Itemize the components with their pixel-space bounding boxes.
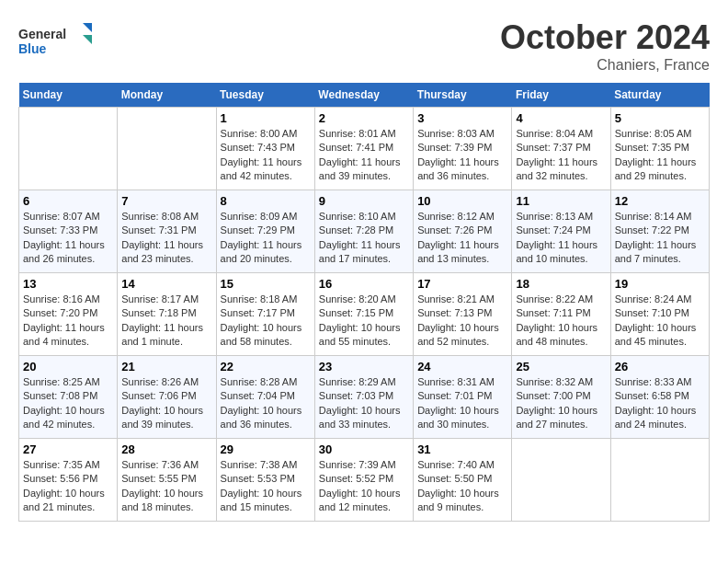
calendar-cell: 28Sunrise: 7:36 AM Sunset: 5:55 PM Dayli…	[118, 439, 216, 522]
calendar-cell: 19Sunrise: 8:24 AM Sunset: 7:10 PM Dayli…	[610, 273, 709, 356]
header-thursday: Thursday	[414, 83, 512, 108]
day-info: Sunrise: 8:20 AM Sunset: 7:15 PM Dayligh…	[319, 293, 409, 350]
calendar-header: Sunday Monday Tuesday Wednesday Thursday…	[19, 83, 710, 108]
day-number: 8	[221, 194, 311, 208]
svg-text:Blue: Blue	[18, 41, 47, 56]
day-info: Sunrise: 8:05 AM Sunset: 7:35 PM Dayligh…	[615, 127, 705, 184]
calendar-cell: 30Sunrise: 7:39 AM Sunset: 5:52 PM Dayli…	[314, 439, 413, 522]
calendar-cell: 24Sunrise: 8:31 AM Sunset: 7:01 PM Dayli…	[414, 356, 512, 439]
svg-marker-3	[83, 35, 92, 44]
day-info: Sunrise: 8:00 AM Sunset: 7:43 PM Dayligh…	[221, 127, 311, 184]
calendar-cell: 1Sunrise: 8:00 AM Sunset: 7:43 PM Daylig…	[216, 108, 314, 190]
day-number: 17	[417, 277, 507, 291]
calendar-cell: 22Sunrise: 8:28 AM Sunset: 7:04 PM Dayli…	[216, 356, 314, 439]
calendar-cell: 18Sunrise: 8:22 AM Sunset: 7:11 PM Dayli…	[512, 273, 610, 356]
day-number: 31	[417, 442, 507, 456]
calendar-cell: 29Sunrise: 7:38 AM Sunset: 5:53 PM Dayli…	[216, 439, 314, 522]
day-number: 10	[417, 194, 507, 208]
day-info: Sunrise: 8:09 AM Sunset: 7:29 PM Dayligh…	[221, 210, 311, 267]
day-number: 7	[121, 194, 211, 208]
calendar-cell: 31Sunrise: 7:40 AM Sunset: 5:50 PM Dayli…	[414, 439, 512, 522]
day-info: Sunrise: 8:04 AM Sunset: 7:37 PM Dayligh…	[516, 127, 606, 184]
day-number: 18	[516, 277, 606, 291]
day-info: Sunrise: 8:07 AM Sunset: 7:33 PM Dayligh…	[23, 210, 113, 267]
day-number: 29	[221, 442, 311, 456]
week-row-2: 6Sunrise: 8:07 AM Sunset: 7:33 PM Daylig…	[19, 190, 710, 273]
day-info: Sunrise: 8:33 AM Sunset: 6:58 PM Dayligh…	[615, 375, 705, 432]
title-block: October 2024 Chaniers, France	[500, 18, 710, 74]
calendar-table: Sunday Monday Tuesday Wednesday Thursday…	[18, 83, 710, 522]
calendar-cell: 11Sunrise: 8:13 AM Sunset: 7:24 PM Dayli…	[512, 190, 610, 273]
header-sunday: Sunday	[19, 83, 118, 108]
day-info: Sunrise: 8:01 AM Sunset: 7:41 PM Dayligh…	[319, 127, 409, 184]
day-info: Sunrise: 8:14 AM Sunset: 7:22 PM Dayligh…	[615, 210, 705, 267]
day-info: Sunrise: 8:10 AM Sunset: 7:28 PM Dayligh…	[319, 210, 409, 267]
day-number: 6	[23, 194, 113, 208]
page-header: General Blue October 2024 Chaniers, Fran…	[18, 18, 710, 74]
week-row-4: 20Sunrise: 8:25 AM Sunset: 7:08 PM Dayli…	[19, 356, 710, 439]
day-info: Sunrise: 8:08 AM Sunset: 7:31 PM Dayligh…	[121, 210, 211, 267]
header-friday: Friday	[512, 83, 610, 108]
calendar-cell: 3Sunrise: 8:03 AM Sunset: 7:39 PM Daylig…	[414, 108, 512, 190]
day-info: Sunrise: 7:40 AM Sunset: 5:50 PM Dayligh…	[417, 458, 507, 515]
logo: General Blue	[18, 18, 92, 64]
calendar-cell	[610, 439, 709, 522]
day-info: Sunrise: 8:21 AM Sunset: 7:13 PM Dayligh…	[417, 293, 507, 350]
calendar-cell: 17Sunrise: 8:21 AM Sunset: 7:13 PM Dayli…	[414, 273, 512, 356]
header-saturday: Saturday	[610, 83, 709, 108]
header-tuesday: Tuesday	[216, 83, 314, 108]
calendar-cell: 25Sunrise: 8:32 AM Sunset: 7:00 PM Dayli…	[512, 356, 610, 439]
day-number: 26	[615, 360, 705, 373]
calendar-cell: 5Sunrise: 8:05 AM Sunset: 7:35 PM Daylig…	[610, 108, 709, 190]
calendar-cell: 27Sunrise: 7:35 AM Sunset: 5:56 PM Dayli…	[19, 439, 118, 522]
day-number: 23	[319, 360, 409, 373]
day-number: 3	[417, 111, 507, 125]
day-number: 19	[615, 277, 705, 291]
day-number: 27	[23, 442, 113, 456]
day-number: 24	[417, 360, 507, 373]
day-number: 16	[319, 277, 409, 291]
calendar-cell	[118, 108, 216, 190]
calendar-cell: 4Sunrise: 8:04 AM Sunset: 7:37 PM Daylig…	[512, 108, 610, 190]
calendar-cell: 12Sunrise: 8:14 AM Sunset: 7:22 PM Dayli…	[610, 190, 709, 273]
calendar-cell: 21Sunrise: 8:26 AM Sunset: 7:06 PM Dayli…	[118, 356, 216, 439]
day-info: Sunrise: 8:13 AM Sunset: 7:24 PM Dayligh…	[516, 210, 606, 267]
calendar-cell: 10Sunrise: 8:12 AM Sunset: 7:26 PM Dayli…	[414, 190, 512, 273]
svg-marker-2	[83, 23, 92, 32]
day-number: 5	[615, 111, 705, 125]
calendar-cell: 20Sunrise: 8:25 AM Sunset: 7:08 PM Dayli…	[19, 356, 118, 439]
day-info: Sunrise: 8:03 AM Sunset: 7:39 PM Dayligh…	[417, 127, 507, 184]
calendar-cell	[512, 439, 610, 522]
day-number: 25	[516, 360, 606, 373]
logo-svg: General Blue	[18, 18, 92, 64]
day-info: Sunrise: 7:38 AM Sunset: 5:53 PM Dayligh…	[221, 458, 311, 515]
day-number: 1	[221, 111, 311, 125]
calendar-cell: 23Sunrise: 8:29 AM Sunset: 7:03 PM Dayli…	[314, 356, 413, 439]
day-info: Sunrise: 8:18 AM Sunset: 7:17 PM Dayligh…	[221, 293, 311, 350]
day-info: Sunrise: 8:17 AM Sunset: 7:18 PM Dayligh…	[121, 293, 211, 350]
day-number: 15	[221, 277, 311, 291]
header-wednesday: Wednesday	[314, 83, 413, 108]
calendar-cell: 7Sunrise: 8:08 AM Sunset: 7:31 PM Daylig…	[118, 190, 216, 273]
day-number: 20	[23, 360, 113, 373]
day-number: 13	[23, 277, 113, 291]
day-number: 4	[516, 111, 606, 125]
day-info: Sunrise: 8:22 AM Sunset: 7:11 PM Dayligh…	[516, 293, 606, 350]
day-info: Sunrise: 8:26 AM Sunset: 7:06 PM Dayligh…	[121, 375, 211, 432]
day-number: 22	[221, 360, 311, 373]
calendar-cell: 15Sunrise: 8:18 AM Sunset: 7:17 PM Dayli…	[216, 273, 314, 356]
day-info: Sunrise: 8:31 AM Sunset: 7:01 PM Dayligh…	[417, 375, 507, 432]
calendar-cell: 13Sunrise: 8:16 AM Sunset: 7:20 PM Dayli…	[19, 273, 118, 356]
day-info: Sunrise: 8:29 AM Sunset: 7:03 PM Dayligh…	[319, 375, 409, 432]
calendar-cell: 14Sunrise: 8:17 AM Sunset: 7:18 PM Dayli…	[118, 273, 216, 356]
day-number: 21	[121, 360, 211, 373]
day-number: 30	[319, 442, 409, 456]
day-number: 12	[615, 194, 705, 208]
day-info: Sunrise: 8:16 AM Sunset: 7:20 PM Dayligh…	[23, 293, 113, 350]
header-monday: Monday	[118, 83, 216, 108]
day-info: Sunrise: 8:28 AM Sunset: 7:04 PM Dayligh…	[221, 375, 311, 432]
location: Chaniers, France	[500, 57, 710, 74]
day-info: Sunrise: 8:12 AM Sunset: 7:26 PM Dayligh…	[417, 210, 507, 267]
day-info: Sunrise: 7:36 AM Sunset: 5:55 PM Dayligh…	[121, 458, 211, 515]
calendar-cell: 6Sunrise: 8:07 AM Sunset: 7:33 PM Daylig…	[19, 190, 118, 273]
